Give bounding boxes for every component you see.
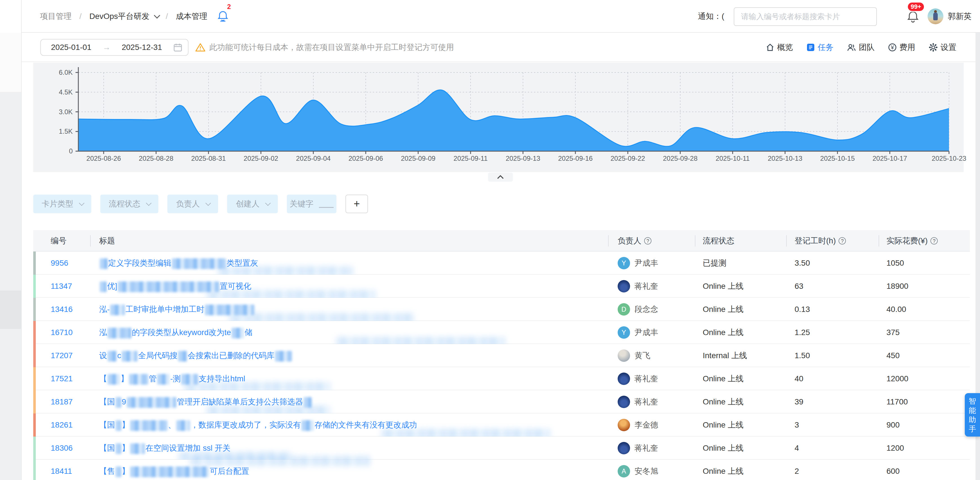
help-icon[interactable]: ? [931, 237, 938, 244]
status-cell: Online 上线 [703, 437, 744, 460]
filter-bar: 卡片类型流程状态负责人创建人关键字+ [33, 195, 822, 214]
card-title-link[interactable]: 泓的字段类型从keyword改为te储 [99, 321, 253, 344]
nav-tab-expense[interactable]: ¥费用 [888, 42, 915, 53]
redacted-text [116, 397, 121, 408]
hours-cell: 0.13 [795, 298, 810, 321]
assignee-avatar: Y [618, 326, 630, 339]
card-id-link[interactable]: 9956 [51, 252, 68, 275]
assignee-avatar [618, 373, 630, 385]
card-title-link[interactable]: 【国9管理开启缺陷菜单后支持公共筛选器 [99, 390, 312, 413]
svg-text:2025-10-13: 2025-10-13 [768, 155, 802, 162]
nav-tab-overview[interactable]: 概览 [766, 42, 793, 53]
help-icon[interactable]: ? [644, 237, 651, 244]
notification-bell-icon[interactable] [217, 10, 229, 23]
card-title-link[interactable]: 定义字段类型编辑类型置灰 [99, 252, 258, 275]
card-title-link[interactable]: 优]置可视化 [99, 275, 251, 298]
cost-cell: 18900 [886, 275, 908, 298]
nav-tab-tasks[interactable]: 任务 [807, 42, 834, 53]
breadcrumb-page: 成本管理 [176, 12, 207, 21]
card-title-link[interactable]: 【】管-测支持导出html [99, 367, 245, 390]
svg-text:2025-10-11: 2025-10-11 [716, 155, 750, 162]
card-id-link[interactable]: 13416 [51, 298, 73, 321]
filter-dropdown-0[interactable]: 卡片类型 [33, 195, 91, 213]
card-id-link[interactable]: 16710 [51, 321, 73, 344]
card-title-link[interactable]: 设c全局代码搜会搜索出已删除的代码库 [99, 344, 293, 367]
redacted-text [129, 374, 148, 385]
column-header-cost: 实际花费(¥)? [886, 230, 938, 252]
cost-cell: 1200 [886, 437, 904, 460]
status-cell: 已提测 [703, 252, 726, 275]
date-range-picker[interactable]: 2025-01-01 → 2025-12-31 [40, 39, 188, 56]
nav-tab-team[interactable]: 团队 [847, 42, 875, 53]
top-header: 项目管理 / DevOps平台研发 / 成本管理 2 通知：( 请输入编号或者标… [22, 0, 980, 33]
card-id-link[interactable]: 18411 [51, 460, 72, 480]
team-icon [847, 43, 856, 52]
card-type-indicator [33, 413, 36, 437]
cost-cell: 450 [886, 344, 900, 367]
user-name[interactable]: 郭新英 [948, 0, 972, 33]
svg-text:2025-09-06: 2025-09-06 [348, 155, 383, 162]
card-id-link[interactable]: 18306 [51, 437, 73, 460]
column-header-title: 标题 [99, 230, 115, 252]
hours-cell: 1.25 [795, 321, 810, 344]
breadcrumb: 项目管理 / DevOps平台研发 / 成本管理 [40, 0, 207, 33]
card-id-link[interactable]: 18187 [51, 390, 73, 413]
redacted-text [275, 351, 292, 362]
date-end[interactable]: 2025-12-31 [122, 43, 162, 52]
filter-dropdown-2[interactable]: 负责人 [167, 195, 218, 213]
hours-cell: 3.50 [795, 252, 810, 275]
breadcrumb-project[interactable]: DevOps平台研发 [89, 12, 150, 21]
card-id-link[interactable]: 17207 [51, 344, 73, 367]
assignee-cell: 黄飞 [618, 344, 650, 367]
help-icon[interactable]: ? [838, 237, 846, 244]
table-body: 9956 定义字段类型编辑类型置灰 Y尹成丰 已提测 3.50 1050 113… [33, 252, 970, 480]
card-search-input[interactable]: 请输入编号或者标题搜索卡片 [734, 7, 877, 26]
redacted-text [108, 351, 117, 362]
card-id-link[interactable]: 17521 [51, 367, 73, 390]
redacted-text [177, 420, 190, 431]
warning-text: 此功能可统计每日成本，故需在项目设置菜单中开启工时登记方可使用 [209, 42, 454, 53]
redacted-text [302, 420, 314, 431]
ai-assistant-button[interactable]: 智能助手 [965, 393, 980, 437]
sidebar-segment-active[interactable] [0, 290, 21, 329]
redacted-text [127, 397, 177, 408]
card-title-link[interactable]: 【售】可后台配置 [99, 460, 249, 480]
cost-cell: 11700 [886, 390, 908, 413]
column-header-status: 流程状态 [703, 230, 734, 252]
breadcrumb-root[interactable]: 项目管理 [40, 12, 72, 21]
chevron-down-icon [146, 200, 151, 206]
bell-badge: 2 [227, 3, 231, 11]
table-row: 11347 优]置可视化 蒋礼奎 Online 上线 63 18900 [33, 275, 970, 298]
redacted-text [181, 374, 198, 385]
svg-text:2025-09-02: 2025-09-02 [244, 155, 278, 162]
table-row: 9956 定义字段类型编辑类型置灰 Y尹成丰 已提测 3.50 1050 [33, 252, 970, 275]
search-placeholder: 请输入编号或者标题搜索卡片 [734, 8, 876, 26]
chevron-down-icon[interactable] [154, 12, 160, 19]
status-cell: Online 上线 [703, 390, 744, 413]
collapse-chart-button[interactable] [488, 172, 513, 182]
status-cell: Online 上线 [703, 321, 744, 344]
cost-chart-panel: 01.5K3.0K4.5K6.0K2025-08-262025-08-28202… [33, 62, 964, 172]
filter-keyword-input[interactable]: 关键字 [287, 195, 336, 213]
warning-icon [195, 43, 205, 52]
svg-text:2025-10-23: 2025-10-23 [932, 155, 966, 162]
redacted-text [130, 466, 209, 477]
card-title-link[interactable]: 【国】、，数据库更改成功了，实际没有存储的文件夹有没有更改成功 [99, 413, 417, 437]
card-title-link[interactable]: 泓-工时审批单中增加工时 [99, 298, 255, 321]
assignee-cell: 蒋礼奎 [618, 367, 658, 390]
redacted-text [100, 281, 107, 292]
card-id-link[interactable]: 11347 [51, 275, 72, 298]
add-filter-button[interactable]: + [345, 195, 368, 213]
assignee-avatar [618, 280, 630, 292]
user-avatar[interactable] [928, 8, 943, 24]
date-start[interactable]: 2025-01-01 [51, 43, 91, 52]
nav-tab-settings[interactable]: 设置 [929, 42, 956, 53]
svg-text:1.5K: 1.5K [59, 128, 73, 135]
filter-dropdown-3[interactable]: 创建人 [227, 195, 278, 213]
daily-cost-area-chart: 01.5K3.0K4.5K6.0K2025-08-262025-08-28202… [33, 62, 964, 172]
svg-text:2025-09-11: 2025-09-11 [453, 155, 488, 162]
card-id-link[interactable]: 18261 [51, 413, 73, 437]
filter-dropdown-1[interactable]: 流程状态 [100, 195, 158, 213]
assignee-cell: 蒋礼奎 [618, 390, 658, 413]
chevron-down-icon [265, 200, 271, 206]
